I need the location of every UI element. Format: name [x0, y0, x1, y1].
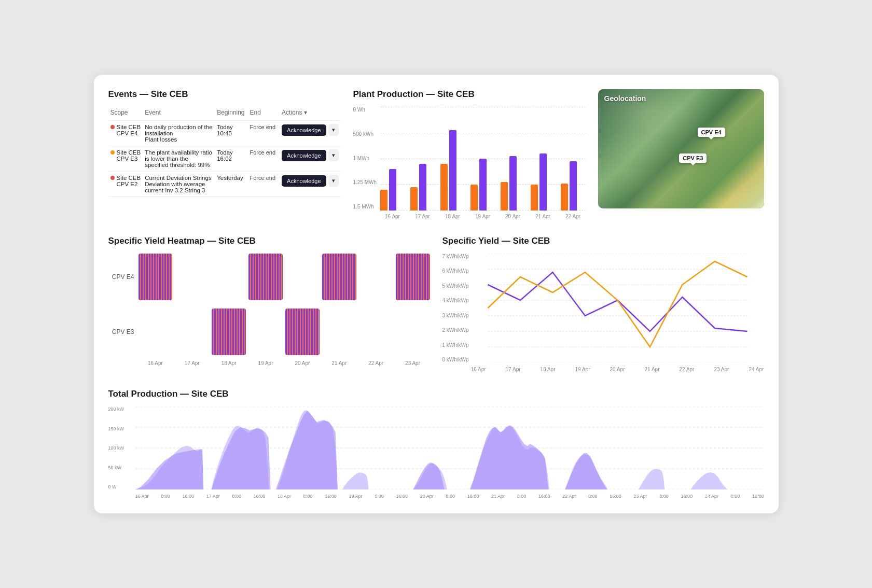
events-panel: Events — Site CEB Scope Event Beginning …	[108, 89, 341, 219]
events-table: Scope Event Beginning End Actions ▾	[108, 107, 341, 197]
bar-group-16apr	[380, 169, 405, 211]
heatmap-cell-e3-6	[322, 309, 356, 355]
scope-site-1: Site CEB	[117, 124, 141, 130]
heatmap-cells-e4	[139, 254, 430, 300]
heatmap-cell-e3-2	[175, 309, 209, 355]
scope-site-2: Site CEB	[117, 149, 141, 156]
heatmap-area: CPV E4 CPV E3	[108, 254, 430, 366]
heatmap-cell-e3-5	[285, 309, 320, 355]
plant-chart: 1.5 MWh 1.25 MWh 1 MWh 500 kWh 0 Wh	[353, 107, 586, 219]
event-row-3: Site CEB CPV E2 Current Deviation String…	[108, 172, 341, 197]
event-desc-2: The plant availability ratio is lower th…	[143, 146, 215, 172]
yield-panel: Specific Yield — Site CEB 0 kWh/kWp 1 kW…	[442, 236, 764, 372]
bar-purple-17apr	[419, 164, 426, 211]
scope-site-3: Site CEB	[117, 175, 141, 181]
plant-x-labels: 16 Apr 17 Apr 18 Apr 19 Apr 20 Apr 21 Ap…	[380, 214, 586, 219]
beginning-header: Beginning	[215, 107, 247, 121]
production-y-labels: 0 W 50 kW 100 kW 150 kW 200 kW	[108, 407, 135, 489]
heatmap-label-e3: CPV E3	[108, 328, 134, 335]
acknowledge-btn-2[interactable]: Acknowledge	[282, 150, 326, 161]
bar-group-21apr	[531, 153, 556, 211]
expand-btn-3[interactable]: ▾	[328, 175, 339, 187]
plant-title: Plant Production — Site CEB	[353, 89, 586, 100]
event-end-3: Force end	[248, 172, 280, 197]
heatmap-cell-e3-4	[248, 309, 283, 355]
bar-purple-21apr	[539, 153, 547, 211]
dashboard: Events — Site CEB Scope Event Beginning …	[94, 75, 779, 513]
status-dot-orange-2	[110, 150, 115, 155]
heatmap-title: Specific Yield Heatmap — Site CEB	[108, 236, 430, 246]
heatmap-cell-e4-8	[396, 254, 430, 300]
heatmap-cell-e4-3	[212, 254, 246, 300]
bar-purple-19apr	[479, 159, 487, 211]
heatmap-cell-e4-1	[139, 254, 173, 300]
production-panel: Total Production — Site CEB 0 W 50 kW 10…	[108, 389, 764, 499]
bar-purple-22apr	[570, 161, 577, 211]
status-dot-red-3	[110, 176, 115, 180]
heatmap-cells-e3	[139, 309, 430, 355]
scope-cpv-3: CPV E2	[117, 181, 141, 187]
acknowledge-btn-3[interactable]: Acknowledge	[282, 175, 326, 187]
plant-y-labels: 1.5 MWh 1.25 MWh 1 MWh 500 kWh 0 Wh	[353, 107, 377, 211]
heatmap-cell-e3-3	[212, 309, 246, 355]
geo-map: Geolocation CPV E4 CPV E3	[598, 89, 764, 208]
heatmap-cell-e4-6	[322, 254, 356, 300]
yield-y-labels: 0 kWh/kWp 1 kWh/kWp 2 kWh/kWp 3 kWh/kWp …	[442, 254, 471, 362]
production-svg	[135, 407, 764, 489]
event-desc-3: Current Deviation StringsDeviation with …	[143, 172, 215, 197]
yield-title: Specific Yield — Site CEB	[442, 236, 764, 246]
bar-orange-22apr	[561, 184, 568, 211]
bar-orange-21apr	[531, 185, 538, 211]
bar-group-20apr	[501, 156, 525, 211]
heatmap-cell-e3-1	[139, 309, 173, 355]
bar-orange-20apr	[501, 182, 508, 211]
bar-orange-17apr	[410, 187, 418, 211]
geolocation-panel: Geolocation CPV E4 CPV E3	[598, 89, 764, 219]
heatmap-label-e4: CPV E4	[108, 273, 134, 281]
heatmap-cell-e4-4	[248, 254, 283, 300]
event-header: Event	[143, 107, 215, 121]
middle-row: Specific Yield Heatmap — Site CEB CPV E4	[108, 236, 764, 372]
bar-orange-19apr	[470, 185, 478, 211]
expand-btn-1[interactable]: ▾	[328, 124, 339, 136]
scope-cpv-2: CPV E3	[117, 156, 141, 162]
geo-marker-cpve4: CPV E4	[698, 128, 725, 137]
bar-purple-20apr	[509, 156, 517, 211]
heatmap-panel: Specific Yield Heatmap — Site CEB CPV E4	[108, 236, 430, 372]
bar-group-22apr	[561, 161, 586, 211]
scope-cpv-1: CPV E4	[117, 130, 141, 136]
plant-production-panel: Plant Production — Site CEB 1.5 MWh 1.25…	[353, 89, 586, 219]
bar-purple-18apr	[449, 130, 456, 211]
acknowledge-btn-1[interactable]: Acknowledge	[282, 124, 326, 136]
heatmap-cell-e3-7	[359, 309, 393, 355]
event-action-1: Acknowledge ▾	[280, 121, 340, 146]
plant-bars	[380, 107, 586, 211]
event-action-3: Acknowledge ▾	[280, 172, 340, 197]
status-dot-red-1	[110, 125, 115, 129]
actions-header[interactable]: Actions ▾	[280, 107, 340, 121]
event-row-1: Site CEB CPV E4 No daily production of t…	[108, 121, 341, 146]
expand-btn-2[interactable]: ▾	[328, 149, 339, 161]
bar-group-17apr	[410, 164, 435, 211]
bar-orange-16apr	[380, 190, 387, 211]
event-begin-2: Today16:02	[215, 146, 247, 172]
geo-marker-cpve3: CPV E3	[679, 153, 707, 163]
heatmap-cell-e4-5	[285, 254, 320, 300]
yield-x-labels: 16 Apr 17 Apr 18 Apr 19 Apr 20 Apr 21 Ap…	[471, 367, 764, 372]
event-end-2: Force end	[248, 146, 280, 172]
geo-title: Geolocation	[604, 94, 646, 103]
heatmap-dates: 16 Apr 17 Apr 18 Apr 19 Apr 20 Apr 21 Ap…	[139, 360, 430, 366]
bar-group-18apr	[440, 130, 465, 211]
bar-purple-16apr	[389, 169, 396, 211]
heatmap-cell-e3-8	[396, 309, 430, 355]
scope-header: Scope	[108, 107, 143, 121]
production-x-labels: 16 Apr 8:00 16:00 17 Apr 8:00 16:00 18 A…	[135, 494, 764, 499]
event-begin-1: Today10:45	[215, 121, 247, 146]
heatmap-cell-e4-2	[175, 254, 209, 300]
production-title: Total Production — Site CEB	[108, 389, 764, 399]
heatmap-cell-e4-7	[359, 254, 393, 300]
events-title: Events — Site CEB	[108, 89, 341, 100]
heatmap-row-e3: CPV E3	[108, 309, 430, 355]
yield-chart-container: 0 kWh/kWp 1 kWh/kWp 2 kWh/kWp 3 kWh/kWp …	[442, 254, 764, 372]
event-row-2: Site CEB CPV E3 The plant availability r…	[108, 146, 341, 172]
